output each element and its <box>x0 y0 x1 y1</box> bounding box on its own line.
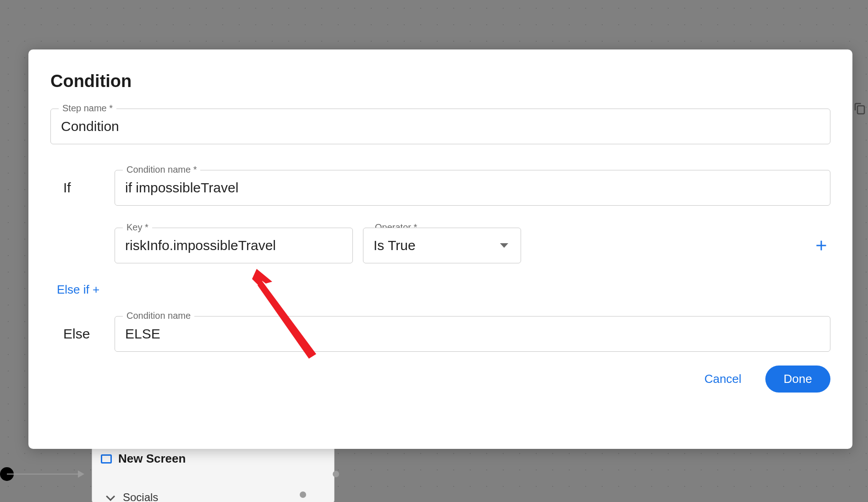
condition-name-label: Condition name * <box>123 164 200 175</box>
else-condition-name-input[interactable] <box>115 316 830 352</box>
key-label: Key * <box>123 222 152 233</box>
else-if-link[interactable]: Else if + <box>57 283 99 297</box>
svg-rect-0 <box>857 106 864 114</box>
flow-connector-dot <box>333 471 339 477</box>
modal-title: Condition <box>50 71 830 91</box>
condition-name-input[interactable] <box>115 170 830 206</box>
operator-select[interactable] <box>363 228 521 263</box>
step-name-field: Step name * <box>50 109 830 144</box>
add-condition-button[interactable] <box>812 236 830 255</box>
monitor-icon <box>101 454 112 464</box>
modal-footer: Cancel Done <box>50 366 830 393</box>
condition-modal: Condition Step name * If Condition name … <box>28 49 852 449</box>
operator-field: Operator * <box>363 228 521 263</box>
plus-icon <box>815 239 828 252</box>
else-condition-name-label: Condition name <box>123 311 194 321</box>
background-item-label: New Screen <box>118 452 186 466</box>
done-button[interactable]: Done <box>765 366 830 393</box>
background-item-label: Socials <box>123 491 158 502</box>
condition-name-field: Condition name * <box>115 170 830 206</box>
copy-icon[interactable] <box>853 100 867 116</box>
chevron-down-icon <box>106 492 115 501</box>
flow-connector-dot <box>300 491 306 498</box>
cancel-button[interactable]: Cancel <box>701 367 745 391</box>
flow-connector-line <box>7 474 80 475</box>
else-condition-name-field: Condition name <box>115 316 830 352</box>
background-item-socials: Socials <box>106 491 158 502</box>
step-name-label: Step name * <box>59 103 116 114</box>
if-label: If <box>50 180 115 196</box>
background-item-new-screen: New Screen <box>101 452 186 466</box>
key-input[interactable] <box>115 228 353 263</box>
else-label: Else <box>50 326 115 342</box>
key-field: Key * <box>115 228 353 263</box>
flow-connector-arrowhead <box>78 470 84 478</box>
step-name-input[interactable] <box>50 109 830 144</box>
